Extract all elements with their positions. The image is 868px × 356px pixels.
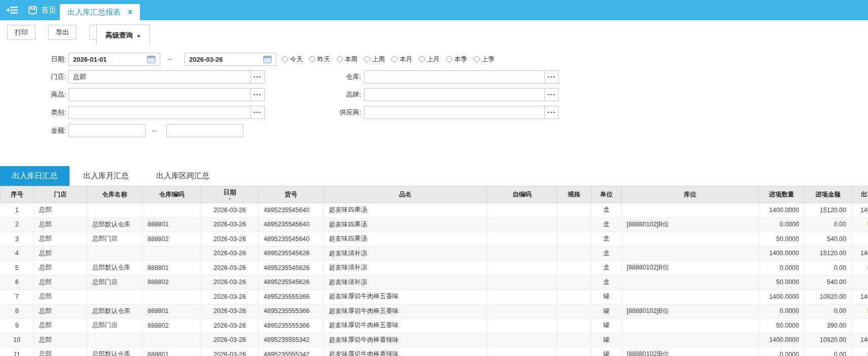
cell (87, 203, 142, 218)
cell (622, 290, 759, 304)
column-header[interactable]: 仓库编码 (142, 186, 201, 203)
advanced-query-label: 高级查询 (105, 31, 133, 40)
cell: 888801 (142, 347, 201, 356)
column-header[interactable]: 日期▼ (201, 186, 259, 203)
quick-range-radio[interactable]: 本季 (446, 55, 467, 64)
report-tab[interactable]: 出入库汇总报表 × (60, 4, 140, 20)
warehouse-input[interactable] (364, 70, 545, 84)
column-header[interactable]: 仓库名称 (87, 186, 142, 203)
brand-picker-button[interactable]: ··· (545, 88, 559, 101)
home-tab[interactable]: 首页 (28, 6, 56, 15)
column-header[interactable]: 品名 (324, 186, 487, 203)
cell (557, 246, 592, 261)
cell: 4895235545640 (259, 217, 324, 232)
store-input[interactable] (68, 70, 251, 84)
quick-range-radio[interactable]: 上季 (474, 55, 494, 64)
quick-range-radio[interactable]: 上月 (419, 55, 440, 64)
cell: 1400.0000 (852, 246, 868, 261)
amount-range-separator: -- (152, 124, 157, 137)
quick-range-radio[interactable]: 上周 (364, 55, 385, 64)
cell: 0.00 (805, 217, 852, 232)
advanced-query-button[interactable]: 高级查询 ▲ (96, 24, 150, 46)
export-button[interactable]: 导出 (48, 25, 77, 40)
cell (557, 304, 592, 319)
cell (487, 261, 557, 275)
tab-monthly-summary[interactable]: 出入库月汇总 (69, 166, 142, 186)
table-row[interactable]: 2总部总部默认仓库8888012026-03-264895235545640超友… (1, 217, 868, 232)
table-row[interactable]: 1总部2026-03-264895235545640超友味四果汤盒1400.00… (1, 203, 868, 218)
category-label: 类别: (20, 106, 66, 119)
warehouse-picker-button[interactable]: ··· (545, 70, 559, 84)
brand-input[interactable] (364, 88, 545, 101)
tab-daily-summary[interactable]: 出入库日汇总 (0, 166, 69, 186)
product-picker-button[interactable]: ··· (250, 88, 265, 101)
table-row[interactable]: 9总部总部门店8888022026-03-264895235555366超友味厚… (1, 319, 868, 333)
column-header[interactable]: 进项金额 (805, 186, 852, 203)
radio-circle-icon (309, 56, 315, 62)
cell: [88880102]B位 (622, 304, 759, 319)
report-table: 序号门店仓库名称仓库编码日期▼货号品名自编码规格单位库位进项数量进项金额出项数量… (0, 186, 868, 356)
quick-range-label: 本月 (400, 55, 412, 64)
cell: 超友味清补凉 (324, 261, 487, 275)
table-row[interactable]: 10总部2026-03-264895235555342超友味厚切牛肉棒香辣味罐1… (1, 333, 868, 347)
amount-to-input[interactable] (166, 124, 243, 137)
home-icon (28, 6, 37, 14)
cell: 8 (1, 304, 34, 319)
quick-range-label: 上月 (427, 55, 440, 64)
cell (557, 319, 592, 333)
cell: 罐 (592, 304, 622, 319)
column-header[interactable]: 单位 (592, 186, 622, 203)
date-to-input[interactable]: 2026-03-26 (185, 53, 276, 66)
quick-range-group: 今天昨天本周上周本月上月本季上季 (282, 53, 494, 66)
cell (487, 203, 557, 218)
cell: 2026-03-26 (201, 347, 259, 356)
cell: 超友味清补凉 (324, 275, 487, 290)
table-row[interactable]: 3总部总部门店8888022026-03-264895235545640超友味四… (1, 232, 868, 247)
column-header[interactable]: 门店 (34, 186, 87, 203)
column-header[interactable]: 规格 (557, 186, 592, 203)
column-header[interactable]: 自编码 (487, 186, 557, 203)
print-button[interactable]: 打印 (7, 25, 35, 40)
column-header[interactable]: 库位 (622, 186, 759, 203)
quick-range-radio[interactable]: 本月 (391, 55, 412, 64)
store-label: 门店: (20, 70, 66, 84)
category-picker-button[interactable]: ··· (250, 106, 265, 119)
table-row[interactable]: 8总部总部默认仓库8888012026-03-264895235555366超友… (1, 304, 868, 319)
cell: 4895235545626 (259, 261, 324, 275)
store-picker-button[interactable]: ··· (250, 70, 265, 84)
cell (142, 333, 201, 347)
cell: 超友味厚切牛肉棒五香味 (324, 304, 487, 319)
quick-range-radio[interactable]: 今天 (282, 55, 303, 64)
cell: 总部门店 (87, 275, 142, 290)
table-row[interactable]: 6总部总部门店8888022026-03-264895235545626超友味清… (1, 275, 868, 290)
cell: [88880102]B位 (622, 261, 759, 275)
hamburger-icon (6, 6, 18, 15)
table-row[interactable]: 11总部总部默认仓库8888012026-03-264895235555342超… (1, 347, 868, 356)
column-header[interactable]: 出项数量 (852, 186, 868, 203)
date-row: 日期: 2026-01-01 -- 2026-03-26 今天昨天本周上周本月上… (0, 53, 868, 66)
cell: 4895235555342 (259, 347, 324, 356)
supplier-picker-button[interactable]: ··· (545, 106, 559, 119)
close-icon[interactable]: × (128, 8, 132, 16)
tab-range-summary[interactable]: 出入库区间汇总 (142, 166, 223, 186)
product-input[interactable] (68, 88, 251, 101)
amount-from-input[interactable] (68, 124, 146, 137)
cell: 50.0000 (852, 261, 868, 275)
report-table-wrap: 序号门店仓库名称仓库编码日期▼货号品名自编码规格单位库位进项数量进项金额出项数量… (0, 186, 868, 356)
cell: 1 (1, 203, 34, 218)
cell: 1400.0000 (759, 246, 805, 261)
app-window: 首页 出入库汇总报表 × 打印导出设置 高级查询 ▲ 日期: 2026-01-0… (0, 0, 868, 356)
column-header[interactable]: 序号 (1, 186, 34, 203)
quick-range-radio[interactable]: 昨天 (309, 55, 330, 64)
sidebar-toggle-button[interactable] (6, 6, 18, 15)
column-header[interactable]: 货号 (259, 186, 324, 203)
table-row[interactable]: 7总部2026-03-264895235555366超友味厚切牛肉棒五香味罐14… (1, 290, 868, 304)
cell: 2026-03-26 (201, 275, 259, 290)
supplier-input[interactable] (364, 106, 545, 119)
table-row[interactable]: 4总部2026-03-264895235545626超友味清补凉盒1400.00… (1, 246, 868, 261)
quick-range-radio[interactable]: 本周 (337, 55, 357, 64)
category-input[interactable] (68, 106, 251, 119)
table-row[interactable]: 5总部总部默认仓库8888012026-03-264895235545626超友… (1, 261, 868, 275)
column-header[interactable]: 进项数量 (759, 186, 805, 203)
date-from-input[interactable]: 2026-01-01 (68, 53, 160, 66)
